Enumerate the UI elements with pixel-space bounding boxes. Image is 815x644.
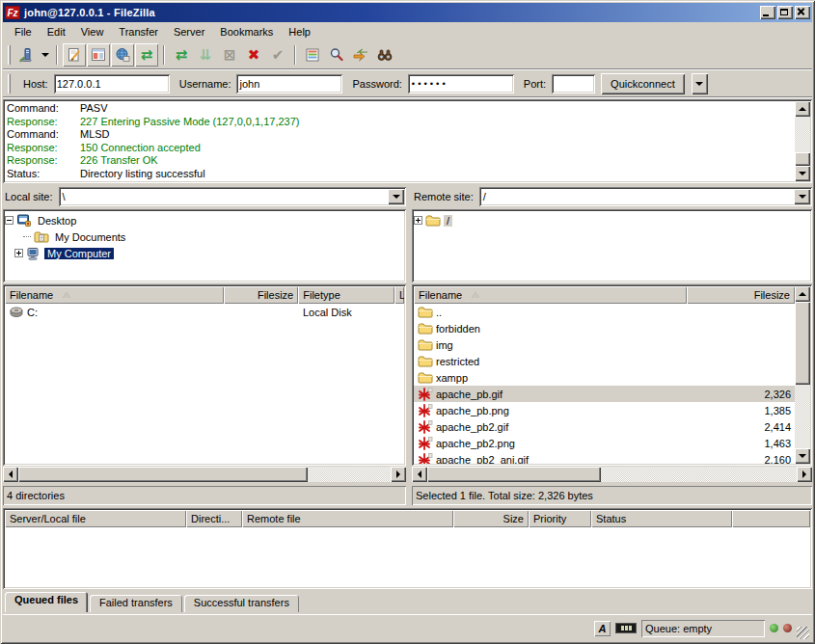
disconnect-button[interactable]: ✖ (242, 43, 265, 67)
file-name: .. (436, 307, 442, 318)
log-row: Response:226 Transfer OK (7, 154, 793, 168)
queue-size-indicator: Queue: empty (641, 620, 765, 637)
scroll-down-button[interactable] (795, 166, 810, 181)
host-input[interactable]: 127.0.0.1 (54, 74, 170, 94)
scroll-down-button[interactable] (795, 448, 810, 464)
username-input[interactable]: john (236, 74, 342, 94)
queue-column-direction[interactable]: Directi... (186, 510, 242, 527)
close-button[interactable] (795, 6, 810, 19)
quickconnect-grip[interactable] (8, 74, 11, 94)
menu-file[interactable]: File (7, 24, 40, 40)
queue-column-size[interactable]: Size (453, 510, 529, 527)
tree-item-my-computer[interactable]: My Computer (5, 245, 404, 261)
maximize-button[interactable] (777, 6, 793, 19)
local-status: 4 directories (3, 486, 406, 505)
resize-grip[interactable] (797, 627, 809, 639)
synchronized-browsing-button[interactable] (373, 43, 396, 67)
local-file-row[interactable]: C: Local Disk (5, 304, 404, 320)
find-button[interactable] (325, 43, 348, 67)
password-label: Password: (352, 78, 401, 90)
column-header-filename[interactable]: Filename (414, 286, 687, 304)
recursive-ok-button[interactable]: ✔ (266, 43, 289, 67)
scroll-left-button[interactable] (412, 467, 427, 482)
remote-tree-toggle-button[interactable] (111, 43, 134, 67)
compare-directories-button[interactable] (349, 43, 372, 67)
cancel-operation-button[interactable]: ⊠ (218, 43, 241, 67)
tree-item-root[interactable]: / (414, 212, 810, 228)
tree-item-my-documents[interactable]: My Documents (5, 228, 404, 245)
site-manager-dropdown[interactable] (39, 43, 51, 67)
scroll-right-button[interactable] (797, 467, 812, 482)
tab-failed-transfers[interactable]: Failed transfers (90, 595, 182, 612)
queue-column-status[interactable]: Status (591, 510, 732, 527)
my-documents-icon (34, 229, 49, 245)
remote-file-row[interactable]: xampp (414, 369, 795, 386)
file-name: apache_pb.gif (436, 389, 503, 400)
tab-successful-transfers[interactable]: Successful transfers (184, 595, 299, 612)
column-header-filetype[interactable]: Filetype (298, 286, 394, 304)
local-site-combo[interactable]: \ (59, 187, 406, 206)
local-tree-toggle-button[interactable] (87, 43, 110, 67)
tree-item-desktop[interactable]: Desktop (5, 212, 404, 228)
scroll-thumb[interactable] (795, 302, 810, 385)
remote-vscrollbar[interactable] (795, 286, 810, 464)
column-header-filesize[interactable]: Filesize (687, 286, 795, 304)
queue-column-serverlocal[interactable]: Server/Local file (5, 510, 186, 527)
expand-icon[interactable] (414, 216, 422, 225)
tab-queued-files[interactable]: Queued files (5, 592, 88, 612)
scroll-left-button[interactable] (3, 467, 18, 482)
scroll-up-button[interactable] (795, 286, 810, 302)
password-input[interactable]: •••••• (408, 74, 514, 94)
scroll-thumb[interactable] (795, 152, 810, 166)
toolbar-grip[interactable] (8, 45, 11, 65)
disconnect-icon: ✖ (248, 47, 260, 63)
scroll-thumb[interactable] (18, 467, 308, 482)
scroll-up-button[interactable] (795, 101, 810, 117)
menu-bookmarks[interactable]: Bookmarks (212, 24, 281, 40)
column-header-lastmodified[interactable]: L (394, 286, 404, 304)
process-queue-button[interactable]: ⇊ (194, 43, 217, 67)
message-log-toggle-button[interactable] (63, 43, 86, 67)
column-header-filesize[interactable]: Filesize (224, 286, 298, 304)
transfer-queue-toggle-button[interactable]: ⇄ (135, 43, 158, 67)
minimize-button[interactable] (760, 6, 775, 19)
menu-edit[interactable]: Edit (40, 24, 73, 40)
remote-file-row[interactable]: .. (414, 304, 795, 320)
local-hscrollbar[interactable] (3, 467, 406, 482)
local-site-dropdown[interactable] (388, 189, 404, 204)
refresh-button[interactable]: ⇄ (170, 43, 193, 67)
log-scrollbar[interactable] (795, 101, 810, 181)
expand-icon[interactable] (14, 249, 23, 257)
menu-transfer[interactable]: Transfer (111, 24, 166, 40)
remote-site-combo[interactable]: / (479, 187, 812, 206)
remote-file-row[interactable]: apache_pb2.gif 2,414 (414, 418, 795, 435)
queue-column-remotefile[interactable]: Remote file (242, 510, 453, 527)
port-input[interactable] (552, 74, 595, 94)
scroll-right-button[interactable] (391, 467, 406, 482)
remote-site-dropdown[interactable] (794, 189, 810, 204)
menu-server[interactable]: Server (166, 24, 212, 40)
quickconnect-dropdown[interactable] (692, 73, 708, 94)
remote-hscrollbar[interactable] (412, 467, 812, 482)
remote-file-row[interactable]: forbidden (414, 320, 795, 336)
remote-file-row[interactable]: apache_pb2.png 1,463 (414, 435, 795, 451)
queue-column-priority[interactable]: Priority (529, 510, 591, 527)
site-manager-button[interactable] (14, 43, 38, 67)
file-name: xampp (436, 372, 468, 384)
column-header-filename[interactable]: Filename (5, 286, 224, 304)
my-computer-icon (26, 246, 41, 261)
remote-file-row[interactable]: restricted (414, 353, 795, 369)
quickconnect-button[interactable]: Quickconnect (601, 73, 685, 94)
remote-file-row[interactable]: apache_pb2_ani.gif 2,160 (414, 451, 795, 464)
remote-file-row[interactable]: img (414, 336, 795, 353)
remote-file-row-selected[interactable]: apache_pb.gif 2,326 (414, 386, 795, 402)
menu-help[interactable]: Help (281, 24, 318, 40)
collapse-icon[interactable] (5, 216, 14, 225)
menu-view[interactable]: View (73, 24, 112, 40)
scroll-thumb[interactable] (427, 467, 601, 482)
filter-button[interactable] (301, 43, 324, 67)
host-label: Host: (23, 78, 48, 90)
remote-file-row[interactable]: apache_pb.png 1,385 (414, 402, 795, 418)
file-size: 2,160 (687, 451, 795, 464)
image-file-icon (418, 387, 433, 402)
